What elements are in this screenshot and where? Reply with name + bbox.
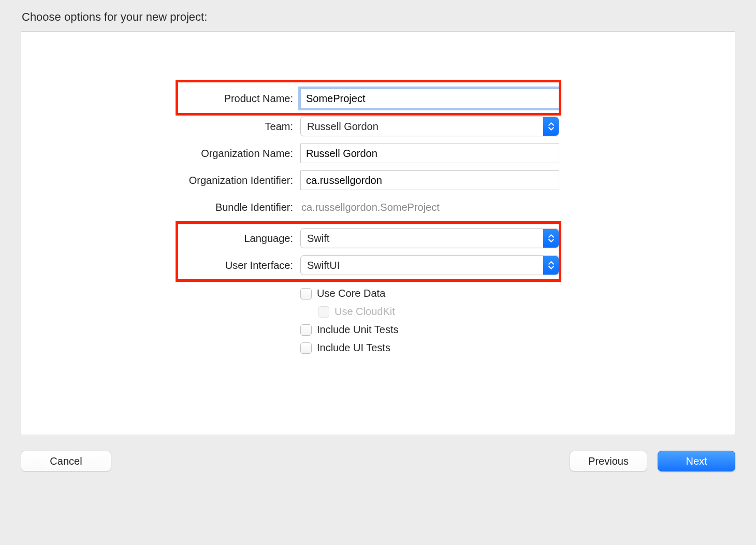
team-select-value: Russell Gordon xyxy=(307,121,379,133)
checkbox-row-core-data: Use Core Data xyxy=(300,288,559,299)
row-product-name: Product Name: xyxy=(181,89,575,108)
checkbox-row-ui-tests: Include UI Tests xyxy=(300,342,559,354)
next-button[interactable]: Next xyxy=(658,451,735,471)
footer: Cancel Previous Next xyxy=(21,451,735,471)
label-product-name: Product Name: xyxy=(181,93,300,105)
team-select[interactable]: Russell Gordon xyxy=(300,117,559,136)
page-title: Choose options for your new project: xyxy=(22,10,735,24)
row-team: Team: Russell Gordon xyxy=(181,117,575,136)
core-data-label: Use Core Data xyxy=(317,288,385,299)
updown-icon xyxy=(543,117,559,136)
footer-right: Previous Next xyxy=(570,451,735,471)
checkbox-row-cloudkit: Use CloudKit xyxy=(300,306,559,318)
row-checkboxes: Use Core Data Use CloudKit Include Unit … xyxy=(181,288,575,360)
cancel-button[interactable]: Cancel xyxy=(21,451,111,471)
updown-icon xyxy=(543,229,559,248)
ui-tests-checkbox[interactable] xyxy=(300,342,312,354)
label-language: Language: xyxy=(181,233,300,245)
bundle-id-value: ca.russellgordon.SomeProject xyxy=(300,197,559,217)
updown-icon xyxy=(543,256,559,275)
unit-tests-checkbox[interactable] xyxy=(300,324,312,336)
form-container: Product Name: Team: Russell Gordon Organ… xyxy=(181,89,575,360)
row-org-name: Organization Name: xyxy=(181,144,575,163)
ui-select[interactable]: SwiftUI xyxy=(300,255,559,275)
org-name-input[interactable] xyxy=(300,144,559,163)
label-bundle-id: Bundle Identifier: xyxy=(181,202,300,213)
core-data-checkbox[interactable] xyxy=(300,288,312,299)
product-name-input[interactable] xyxy=(300,89,559,108)
previous-button[interactable]: Previous xyxy=(570,451,647,471)
language-select-value: Swift xyxy=(307,233,329,245)
language-select[interactable]: Swift xyxy=(300,228,559,248)
ui-select-value: SwiftUI xyxy=(307,260,340,271)
row-org-id: Organization Identifier: xyxy=(181,170,575,190)
cloudkit-checkbox xyxy=(318,306,329,318)
cloudkit-label: Use CloudKit xyxy=(335,306,395,318)
options-panel: Product Name: Team: Russell Gordon Organ… xyxy=(21,31,735,435)
unit-tests-label: Include Unit Tests xyxy=(317,324,399,336)
row-bundle-id: Bundle Identifier: ca.russellgordon.Some… xyxy=(181,197,575,217)
row-language: Language: Swift xyxy=(181,228,575,248)
label-org-name: Organization Name: xyxy=(181,148,300,160)
label-ui: User Interface: xyxy=(181,260,300,271)
org-id-input[interactable] xyxy=(300,170,559,190)
label-team: Team: xyxy=(181,121,300,133)
checkbox-row-unit-tests: Include Unit Tests xyxy=(300,324,559,336)
label-org-id: Organization Identifier: xyxy=(181,175,300,187)
ui-tests-label: Include UI Tests xyxy=(317,342,390,354)
row-ui: User Interface: SwiftUI xyxy=(181,255,575,275)
